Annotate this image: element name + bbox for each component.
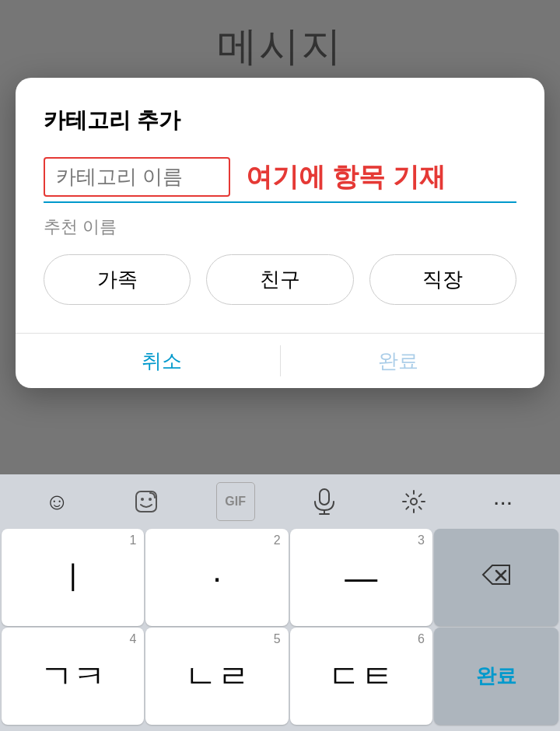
svg-rect-3 [320,489,329,505]
suggested-label: 추천 이름 [44,215,516,239]
modal-overlay: 카테고리 추가 여기에 항목 기재 추천 이름 가족 친구 직장 취소 완료 [0,0,560,474]
gif-icon[interactable]: GIF [216,482,255,521]
mic-icon[interactable] [305,482,344,521]
category-name-input[interactable] [44,157,230,197]
backspace-key[interactable] [434,529,558,626]
key-row-1: 1 ㅣ 2 · 3 — [2,529,558,626]
suggestion-work[interactable]: 직장 [369,254,516,305]
svg-point-6 [411,498,417,505]
input-line-row: 여기에 항목 기재 [44,157,516,203]
svg-point-2 [149,498,152,501]
settings-icon[interactable] [394,482,433,521]
suggestion-family[interactable]: 가족 [44,254,191,305]
emoji-icon[interactable]: ☺ [37,482,76,521]
done-key[interactable]: 완료 [434,628,558,725]
key-rows: 1 ㅣ 2 · 3 — [0,529,560,725]
confirm-button[interactable]: 완료 [281,348,517,375]
action-row: 취소 완료 [16,334,544,388]
keyboard-toolbar: ☺ GIF ··· [0,474,560,529]
key-1[interactable]: 1 ㅣ [2,529,144,626]
annotation-hint: 여기에 항목 기재 [246,159,516,195]
key-3[interactable]: 3 — [290,529,432,626]
modal-dialog: 카테고리 추가 여기에 항목 기재 추천 이름 가족 친구 직장 취소 완료 [16,78,544,388]
key-5[interactable]: 5 ㄴㄹ [145,628,288,725]
modal-title: 카테고리 추가 [44,106,516,135]
backspace-icon [481,564,511,591]
input-container: 여기에 항목 기재 [44,157,516,203]
key-2[interactable]: 2 · [145,529,288,626]
more-icon[interactable]: ··· [484,482,523,521]
suggestions-row: 가족 친구 직장 [44,254,516,305]
key-6[interactable]: 6 ㄷㅌ [290,628,432,725]
key-4[interactable]: 4 ㄱㅋ [2,628,144,725]
sticker-icon[interactable] [127,482,166,521]
suggestion-friend[interactable]: 친구 [206,254,353,305]
svg-point-1 [141,498,144,501]
keyboard: ☺ GIF ··· [0,474,560,731]
cancel-button[interactable]: 취소 [44,348,280,375]
key-row-2: 4 ㄱㅋ 5 ㄴㄹ 6 ㄷㅌ 완료 [2,628,558,725]
